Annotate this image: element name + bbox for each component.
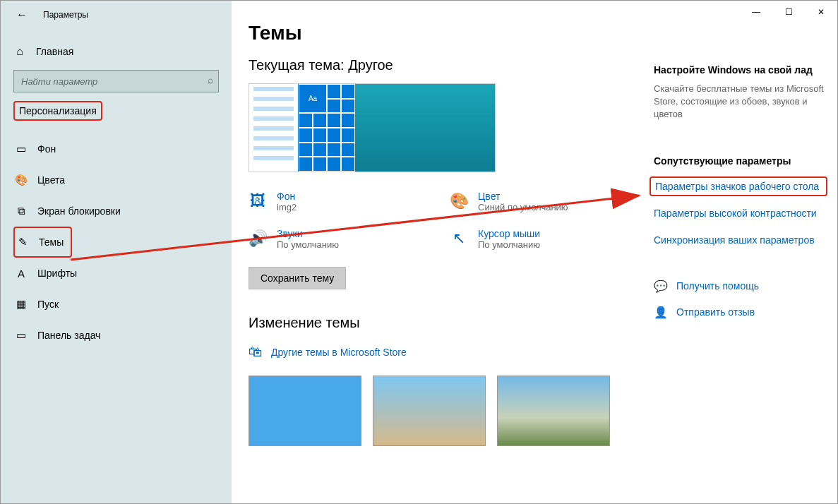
nav-item-colors[interactable]: 🎨 Цвета [13,164,219,196]
fonts-icon: A [15,268,28,280]
help-icon: 💬 [654,280,666,293]
cursor-icon: ↖ [450,229,468,248]
theme-thumbnails [249,376,637,446]
change-theme-heading: Изменение темы [249,315,637,331]
theme-prop-cursor[interactable]: ↖ Курсор мыши По умолчанию [450,228,637,250]
sidebar: ← Параметры ⌂ Главная ⌕ Персонализация ▭… [1,1,232,503]
store-link-row[interactable]: 🛍 Другие темы в Microsoft Store [249,344,637,360]
theme-preview: Aa [249,83,496,172]
nav-item-label: Фон [37,143,56,155]
theme-prop-background[interactable]: 🖼 Фон img2 [249,191,436,212]
picture-icon: ▭ [15,143,28,155]
feedback-link: Отправить отзыв [676,306,755,318]
preview-wallpaper [355,84,495,172]
theme-prop-color[interactable]: 🎨 Цвет Синий по умолчанию [450,191,637,212]
theme-prop-sounds[interactable]: 🔊 Звуки По умолчанию [249,228,436,250]
palette-icon: 🎨 [15,174,28,186]
nav-item-label: Цвета [37,174,65,186]
related-heading: Сопутствующие параметры [654,155,827,167]
main-panel: Темы Текущая тема: Другое Aa [232,1,654,503]
titlebar-left: ← Параметры [1,1,232,29]
current-theme-label: Текущая тема: Другое [249,57,637,73]
prop-value: Синий по умолчанию [478,202,568,212]
nav-item-start[interactable]: ▦ Пуск [13,289,219,320]
link-desktop-icon-settings[interactable]: Параметры значков рабочего стола [650,176,827,196]
close-button[interactable]: ✕ [805,1,837,23]
theme-thumbnail[interactable] [497,376,610,446]
nav-item-label: Шрифты [37,268,77,279]
home-icon: ⌂ [13,45,26,58]
nav-section-personalization: Персонализация [13,101,102,121]
help-link: Получить помощь [676,280,759,292]
app-title: Параметры [43,10,88,20]
window-controls: — ☐ ✕ [740,1,837,23]
help-row[interactable]: 💬 Получить помощь [654,280,827,293]
content-area: — ☐ ✕ Темы Текущая тема: Другое Aa [232,1,837,503]
nav-item-label: Темы [39,236,64,248]
store-icon: 🛍 [249,344,263,360]
right-column: Настройте Windows на свой лад Скачайте б… [654,1,837,503]
store-link: Другие темы в Microsoft Store [271,347,407,358]
settings-window: ← Параметры ⌂ Главная ⌕ Персонализация ▭… [0,0,838,504]
nav-list: ▭ Фон 🎨 Цвета ⧉ Экран блокировки ✎ Темы … [13,133,219,351]
link-high-contrast[interactable]: Параметры высокой контрастности [654,208,827,219]
prop-title: Курсор мыши [478,228,540,239]
link-sync-settings[interactable]: Синхронизация ваших параметров [654,234,827,246]
theme-properties: 🖼 Фон img2 🎨 Цвет Синий по умолчанию 🔊 [249,191,637,250]
themes-icon: ✎ [16,236,29,248]
nav: ⌂ Главная ⌕ Персонализация ▭ Фон 🎨 Цвета… [1,29,232,351]
nav-item-themes[interactable]: ✎ Темы [13,227,72,258]
nav-item-taskbar[interactable]: ▭ Панель задач [13,320,219,351]
customize-heading: Настройте Windows на свой лад [654,64,827,76]
nav-item-background[interactable]: ▭ Фон [13,133,219,164]
nav-item-label: Экран блокировки [37,205,121,217]
back-icon[interactable]: ← [16,8,28,21]
nav-item-lockscreen[interactable]: ⧉ Экран блокировки [13,196,219,227]
minimize-button[interactable]: — [740,1,772,23]
sound-icon: 🔊 [249,229,267,248]
start-icon: ▦ [15,298,28,311]
nav-item-label: Панель задач [37,330,100,341]
nav-item-fonts[interactable]: A Шрифты [13,258,219,289]
taskbar-icon: ▭ [15,329,28,342]
feedback-row[interactable]: 👤 Отправить отзыв [654,306,827,319]
palette-icon: 🎨 [450,192,468,210]
prop-value: По умолчанию [277,239,339,250]
picture-icon: 🖼 [249,192,267,210]
maximize-button[interactable]: ☐ [772,1,805,23]
prop-title: Звуки [277,228,339,239]
theme-thumbnail[interactable] [373,376,486,446]
feedback-icon: 👤 [654,306,666,319]
lockscreen-icon: ⧉ [15,205,28,217]
page-title: Темы [249,22,637,44]
prop-title: Цвет [478,191,568,202]
save-theme-button[interactable]: Сохранить тему [249,267,346,289]
preview-tile-aa: Aa [299,84,327,113]
preview-start: Aa [249,84,355,172]
customize-text: Скачайте бесплатные темы из Microsoft St… [654,83,827,121]
nav-home-label: Главная [36,46,73,57]
nav-home[interactable]: ⌂ Главная [13,37,219,66]
search-wrap: ⌕ [13,70,219,92]
theme-thumbnail[interactable] [249,376,361,446]
prop-value: По умолчанию [478,239,540,250]
prop-value: img2 [277,202,297,212]
search-input[interactable] [13,70,219,92]
prop-title: Фон [277,191,297,202]
nav-item-label: Пуск [37,299,59,310]
